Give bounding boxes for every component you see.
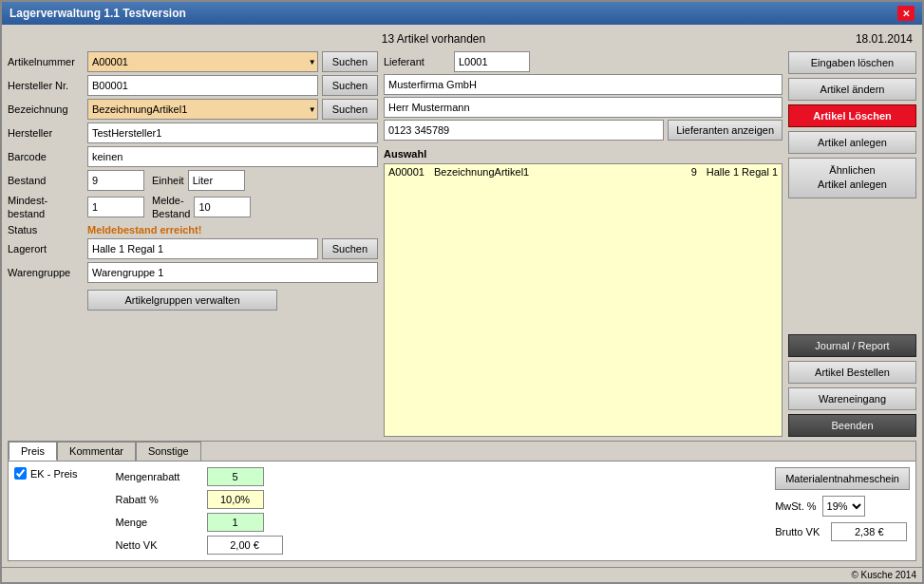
status-row: Status Meldebestand erreicht! <box>8 224 378 235</box>
tab-left: EK - Preis <box>14 467 78 555</box>
supplier-contact-row <box>384 97 783 118</box>
barcode-row: Barcode <box>8 146 378 167</box>
hersteller-row: Hersteller <box>8 122 378 143</box>
supplier-id-row: Lieferant <box>384 51 783 72</box>
warengruppe-input[interactable] <box>87 262 378 283</box>
supplier-contact-input[interactable] <box>384 97 783 118</box>
artikelnummer-wrapper: A00001 ▼ <box>87 51 318 72</box>
clear-inputs-button[interactable]: Eingaben löschen <box>788 51 916 74</box>
hersteller-nr-label: Hersteller Nr. <box>8 80 84 91</box>
hersteller-nr-input[interactable] <box>87 75 318 96</box>
new-article-button[interactable]: Artikel anlegen <box>788 131 916 154</box>
supplier-id-input[interactable] <box>454 51 530 72</box>
supplier-section: Lieferant Lieferanten anzeigen <box>384 51 783 141</box>
hersteller-nr-row: Hersteller Nr. Suchen <box>8 75 378 96</box>
mengenrabatt-row: Mengenrabatt <box>116 467 283 486</box>
bottom-area: Preis Kommentar Sonstige EK - Preis <box>8 441 916 561</box>
mwst-select[interactable]: 19% 7% 0% <box>822 496 865 517</box>
menge-row: Menge <box>116 513 283 532</box>
material-button[interactable]: Materialentnahmeschein <box>775 467 910 490</box>
left-panel: Artikelnummer A00001 ▼ Suchen Hersteller… <box>8 51 378 437</box>
supplier-name-input[interactable] <box>384 74 783 95</box>
show-supplier-button[interactable]: Lieferanten anzeigen <box>668 120 783 141</box>
rabatt-row: Rabatt % <box>116 490 283 509</box>
bestand-input[interactable] <box>87 170 144 191</box>
delete-article-button[interactable]: Artikel Löschen <box>788 104 916 127</box>
barcode-label: Barcode <box>8 151 84 162</box>
status-badge: Meldebestand erreicht! <box>87 224 201 235</box>
hersteller-input[interactable] <box>87 122 378 143</box>
price-section: Mengenrabatt Rabatt % Menge <box>116 467 283 555</box>
bezeichnung-search-button[interactable]: Suchen <box>322 99 378 120</box>
netto-vk-input[interactable] <box>207 536 283 555</box>
window-title: Lagerverwaltung 1.1 Testversion <box>9 7 186 20</box>
bestand-label: Bestand <box>8 175 84 186</box>
auswahl-title: Auswahl <box>384 148 783 160</box>
journal-report-button[interactable]: Journal / Report <box>788 334 916 357</box>
auswahl-qty: 9 <box>691 166 697 178</box>
einheit-input[interactable] <box>188 170 245 191</box>
main-window: Lagerverwaltung 1.1 Testversion ✕ 13 Art… <box>0 0 924 584</box>
bezeichnung-label: Bezeichnung <box>8 104 84 115</box>
menge-input[interactable] <box>207 513 264 532</box>
status-label: Status <box>8 224 84 235</box>
change-article-button[interactable]: Artikel ändern <box>788 78 916 101</box>
auswahl-section: A00001 BezeichnungArtikel1 9 Halle 1 Reg… <box>384 163 783 437</box>
mengenrabatt-input[interactable] <box>207 467 264 486</box>
right-panel: Eingaben löschen Artikel ändern Artikel … <box>788 51 916 437</box>
lagerort-input[interactable] <box>87 238 318 259</box>
main-content: 13 Artikel vorhanden 18.01.2014 Artikeln… <box>2 25 922 567</box>
list-item[interactable]: A00001 BezeichnungArtikel1 9 Halle 1 Reg… <box>385 164 782 179</box>
close-button[interactable]: ✕ <box>897 6 915 21</box>
menge-label: Menge <box>116 517 201 528</box>
wareneingang-button[interactable]: Wareneingang <box>788 387 916 410</box>
top-bar: 13 Artikel vorhanden 18.01.2014 <box>8 30 916 47</box>
mindestbestand-label: Mindest-bestand <box>8 194 84 221</box>
meldebestand-label: Melde-Bestand <box>152 194 190 221</box>
hersteller-nr-search-button[interactable]: Suchen <box>322 75 378 96</box>
artikelnummer-select[interactable]: A00001 <box>87 51 318 72</box>
bezeichnung-wrapper: BezeichnungArtikel1 ▼ <box>87 99 318 120</box>
supplier-label: Lieferant <box>384 56 450 67</box>
status-bar: © Kusche 2014 <box>2 567 922 582</box>
rabatt-label: Rabatt % <box>116 494 201 505</box>
barcode-input[interactable] <box>87 146 378 167</box>
lagerort-row: Lagerort Suchen <box>8 238 378 259</box>
manage-groups-button[interactable]: Artikelgruppen verwalten <box>87 290 277 311</box>
rabatt-input[interactable] <box>207 490 264 509</box>
mwst-label: MwSt. % <box>775 500 816 512</box>
tab-right: Materialentnahmeschein MwSt. % 19% 7% 0% <box>775 467 910 555</box>
tabs-panel: Preis Kommentar Sonstige EK - Preis <box>8 441 916 561</box>
ek-preis-checkbox[interactable] <box>14 467 27 480</box>
artikelnummer-search-button[interactable]: Suchen <box>322 51 378 72</box>
supplier-phone-row: Lieferanten anzeigen <box>384 120 783 141</box>
warengruppe-row: Warengruppe <box>8 262 378 283</box>
bezeichnung-select[interactable]: BezeichnungArtikel1 <box>87 99 318 120</box>
copyright-text: © Kusche 2014 <box>851 570 916 580</box>
meldebestand-input[interactable] <box>194 197 251 217</box>
title-bar: Lagerverwaltung 1.1 Testversion ✕ <box>2 2 922 25</box>
date-display: 18.01.2014 <box>856 32 913 46</box>
mindestbestand-input[interactable] <box>87 197 144 217</box>
tab-content-preis: EK - Preis Mengenrabatt Rabatt % <box>9 461 915 560</box>
exit-button[interactable]: Beenden <box>788 414 916 437</box>
tab-preis[interactable]: Preis <box>9 442 57 461</box>
netto-vk-row: Netto VK <box>116 536 283 555</box>
brutto-vk-row: Brutto VK <box>775 522 907 541</box>
order-article-button[interactable]: Artikel Bestellen <box>788 361 916 384</box>
supplier-name-row <box>384 74 783 95</box>
ek-preis-row: EK - Preis <box>14 467 78 480</box>
brutto-vk-input[interactable] <box>831 522 907 541</box>
similar-article-button[interactable]: Ähnlichen Artikel anlegen <box>788 158 916 198</box>
tab-sonstige[interactable]: Sonstige <box>136 442 201 461</box>
lagerort-search-button[interactable]: Suchen <box>322 238 378 259</box>
brutto-vk-label: Brutto VK <box>775 526 820 537</box>
auswahl-location: Halle 1 Regal 1 <box>707 166 778 178</box>
tab-kommentar[interactable]: Kommentar <box>57 442 136 461</box>
mwst-row: MwSt. % 19% 7% 0% <box>775 496 864 517</box>
bottom-tabs-container: Preis Kommentar Sonstige EK - Preis <box>8 441 916 561</box>
supplier-phone-input[interactable] <box>384 120 664 141</box>
tabs-row: Preis Kommentar Sonstige <box>9 442 915 461</box>
auswahl-id: A00001 <box>388 166 424 178</box>
article-count: 13 Artikel vorhanden <box>382 32 485 46</box>
